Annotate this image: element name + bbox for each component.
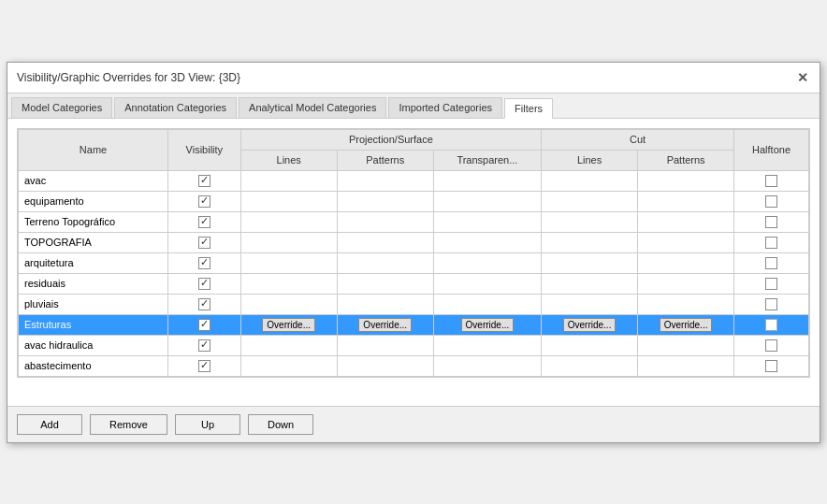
row-visibility[interactable] (168, 191, 241, 211)
row-cut-patterns (638, 273, 734, 294)
row-name: avac (19, 170, 168, 191)
row-visibility[interactable] (168, 355, 241, 376)
row-visibility[interactable] (168, 314, 241, 335)
row-halftone[interactable] (734, 273, 809, 294)
table-row[interactable]: Terreno Topográfico (19, 211, 809, 232)
row-visibility[interactable] (168, 232, 241, 252)
row-lines (240, 273, 337, 294)
table-row[interactable]: equipamento (19, 191, 809, 211)
col-header-patterns: Patterns (337, 150, 433, 170)
title-bar: Visibility/Graphic Overrides for 3D View… (7, 63, 820, 94)
row-cut-lines (542, 211, 638, 232)
row-patterns (337, 170, 433, 191)
row-visibility[interactable] (168, 335, 241, 355)
col-header-visibility: Visibility (168, 129, 241, 170)
row-lines[interactable]: Override... (240, 314, 337, 335)
row-transparency (433, 191, 541, 211)
row-cut-patterns (638, 335, 734, 355)
row-lines (240, 170, 337, 191)
down-button[interactable]: Down (248, 414, 313, 435)
col-header-cut-patterns: Patterns (638, 150, 734, 170)
row-cut-patterns[interactable]: Override... (638, 314, 734, 335)
tab-filters[interactable]: Filters (504, 98, 553, 119)
row-cut-patterns (638, 191, 734, 211)
override-button[interactable]: Override... (660, 318, 713, 332)
row-halftone[interactable] (734, 335, 809, 355)
row-halftone[interactable] (734, 294, 809, 314)
col-header-cut: Cut (542, 129, 734, 150)
row-cut-lines (542, 273, 638, 294)
table-row[interactable]: TOPOGRAFIA (19, 232, 809, 252)
bottom-bar: Add Remove Up Down (7, 406, 820, 442)
row-transparency (433, 294, 541, 314)
row-halftone[interactable] (734, 170, 809, 191)
table-row[interactable]: EstruturasOverride...Override...Override… (19, 314, 809, 335)
window-title: Visibility/Graphic Overrides for 3D View… (17, 71, 240, 84)
close-button[interactable]: ✕ (795, 70, 810, 85)
row-name: equipamento (19, 191, 168, 211)
table-row[interactable]: avac hidraulica (19, 335, 809, 355)
remove-button[interactable]: Remove (90, 414, 167, 435)
row-halftone[interactable] (734, 314, 809, 335)
row-transparency (433, 355, 541, 376)
row-lines (240, 294, 337, 314)
row-patterns (337, 252, 433, 273)
table-row[interactable]: residuais (19, 273, 809, 294)
row-lines (240, 211, 337, 232)
row-visibility[interactable] (168, 170, 241, 191)
row-cut-lines (542, 191, 638, 211)
row-cut-patterns (638, 232, 734, 252)
row-halftone[interactable] (734, 211, 809, 232)
tab-analytical-model-categories[interactable]: Analytical Model Categories (239, 97, 386, 118)
override-button[interactable]: Override... (358, 318, 412, 332)
row-cut-lines[interactable]: Override... (542, 314, 638, 335)
table-row[interactable]: avac (19, 170, 809, 191)
override-button[interactable]: Override... (461, 318, 515, 332)
tab-bar: Model Categories Annotation Categories A… (7, 94, 820, 119)
row-halftone[interactable] (734, 355, 809, 376)
up-button[interactable]: Up (175, 414, 240, 435)
row-transparency (433, 252, 541, 273)
table-row[interactable]: abastecimento (19, 355, 809, 376)
row-halftone[interactable] (734, 252, 809, 273)
col-header-lines: Lines (240, 150, 337, 170)
tab-imported-categories[interactable]: Imported Categories (388, 97, 502, 118)
row-name: Terreno Topográfico (19, 211, 168, 232)
tab-model-categories[interactable]: Model Categories (11, 97, 112, 118)
row-cut-patterns (638, 355, 734, 376)
main-content: Name Visibility Projection/Surface Cut H… (7, 119, 820, 406)
row-visibility[interactable] (168, 211, 241, 232)
row-visibility[interactable] (168, 273, 241, 294)
row-cut-lines (542, 252, 638, 273)
row-patterns (337, 191, 433, 211)
row-transparency (433, 170, 541, 191)
row-transparency (433, 232, 541, 252)
row-lines (240, 335, 337, 355)
row-visibility[interactable] (168, 294, 241, 314)
row-cut-lines (542, 170, 638, 191)
table-row[interactable]: arquitetura (19, 252, 809, 273)
tab-annotation-categories[interactable]: Annotation Categories (114, 97, 237, 118)
row-patterns (337, 232, 433, 252)
row-halftone[interactable] (734, 191, 809, 211)
table-row[interactable]: pluviais (19, 294, 809, 314)
row-cut-patterns (638, 170, 734, 191)
col-header-halftone: Halftone (734, 129, 809, 170)
main-window: Visibility/Graphic Overrides for 3D View… (7, 62, 820, 443)
row-halftone[interactable] (734, 232, 809, 252)
col-header-name: Name (19, 129, 168, 170)
add-button[interactable]: Add (17, 414, 82, 435)
row-name: residuais (19, 273, 168, 294)
row-transparency[interactable]: Override... (433, 314, 541, 335)
col-header-transparency: Transparen... (433, 150, 541, 170)
row-visibility[interactable] (168, 252, 241, 273)
visibility-table-container: Name Visibility Projection/Surface Cut H… (17, 128, 810, 378)
row-cut-lines (542, 355, 638, 376)
row-cut-lines (542, 294, 638, 314)
row-patterns[interactable]: Override... (337, 314, 433, 335)
row-cut-patterns (638, 294, 734, 314)
row-lines (240, 232, 337, 252)
row-name: pluviais (19, 294, 168, 314)
override-button[interactable]: Override... (262, 318, 315, 332)
override-button[interactable]: Override... (563, 318, 617, 332)
